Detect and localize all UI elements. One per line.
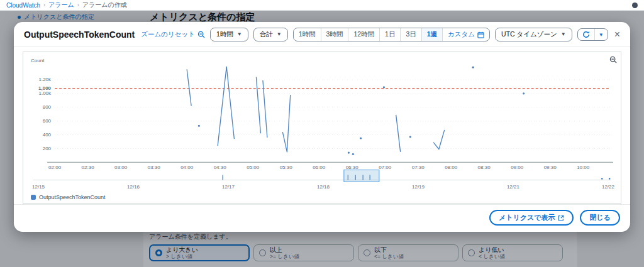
statistic-dropdown[interactable]: 合計 ▼ xyxy=(253,28,288,41)
close-icon[interactable]: × xyxy=(613,30,621,40)
legend-label[interactable]: OutputSpeechTokenCount xyxy=(39,194,106,200)
reset-zoom-button[interactable]: ズームのリセット xyxy=(141,30,205,39)
time-range-option[interactable]: 12時間 xyxy=(348,28,380,41)
zoom-icon[interactable] xyxy=(609,55,617,66)
svg-text:12/16: 12/16 xyxy=(127,184,140,190)
view-in-metrics-label: メトリクスで表示 xyxy=(499,213,555,222)
time-range-option[interactable]: 3時間 xyxy=(321,28,349,41)
close-button-label: 閉じる xyxy=(589,213,611,222)
svg-text:05:00: 05:00 xyxy=(247,165,260,170)
svg-text:06:00: 06:00 xyxy=(313,165,326,170)
chevron-down-icon: ▼ xyxy=(237,32,242,37)
svg-text:12/19: 12/19 xyxy=(412,184,425,190)
svg-text:07:00: 07:00 xyxy=(379,165,392,170)
svg-text:02:30: 02:30 xyxy=(82,165,95,170)
time-range-option-custom[interactable]: カスタム xyxy=(443,28,489,41)
svg-text:200: 200 xyxy=(43,146,52,151)
svg-text:07:30: 07:30 xyxy=(412,165,425,170)
timezone-dropdown[interactable]: UTC タイムゾーン ▼ xyxy=(495,28,572,41)
zoom-out-icon xyxy=(197,31,205,38)
time-range-option[interactable]: 3日 xyxy=(401,28,421,41)
refresh-options-caret[interactable]: ▼ xyxy=(595,30,608,40)
metric-chart[interactable]: Count2004006008001.00k1.20k1,00002:0002:… xyxy=(25,54,619,193)
calendar-icon xyxy=(477,31,484,38)
time-range-option[interactable]: 1週 xyxy=(422,28,443,41)
svg-text:12/21: 12/21 xyxy=(507,184,520,190)
svg-text:12/15: 12/15 xyxy=(32,184,45,190)
breadcrumb-separator: › xyxy=(77,2,79,8)
period-dropdown[interactable]: 1時間 ▼ xyxy=(210,28,248,41)
svg-text:400: 400 xyxy=(43,132,52,138)
metric-chart-modal: OutputSpeechTokenCount ズームのリセット 1時間 ▼ 合計… xyxy=(14,22,630,232)
svg-text:03:30: 03:30 xyxy=(148,165,161,170)
svg-text:02:00: 02:00 xyxy=(48,165,62,170)
svg-text:12/17: 12/17 xyxy=(222,184,235,190)
svg-text:1.20k: 1.20k xyxy=(39,77,52,82)
chart-container: Count2004006008001.00k1.20k1,00002:0002:… xyxy=(23,52,621,204)
chevron-down-icon: ▼ xyxy=(561,32,566,37)
modal-footer: メトリクスで表示 閉じる xyxy=(14,204,630,232)
chart-legend: OutputSpeechTokenCount xyxy=(25,193,619,203)
svg-text:03:00: 03:00 xyxy=(114,165,128,170)
legend-marker xyxy=(31,195,36,200)
time-range-group: 1時間3時間12時間1日3日1週カスタム xyxy=(293,28,490,41)
svg-text:Count: Count xyxy=(31,58,45,63)
svg-text:12/18: 12/18 xyxy=(317,184,330,190)
breadcrumb-item: アラームの作成 xyxy=(82,1,127,9)
time-range-option[interactable]: 1時間 xyxy=(294,28,321,41)
svg-text:1,000: 1,000 xyxy=(38,85,52,91)
svg-text:10:00: 10:00 xyxy=(577,165,590,170)
svg-text:08:30: 08:30 xyxy=(478,165,491,170)
svg-text:08:00: 08:00 xyxy=(445,165,458,170)
svg-text:600: 600 xyxy=(43,118,52,124)
refresh-icon xyxy=(582,31,590,38)
time-range-option[interactable]: 1日 xyxy=(380,28,401,41)
svg-text:05:30: 05:30 xyxy=(280,165,293,170)
reset-zoom-label: ズームのリセット xyxy=(141,30,195,39)
settings-icon[interactable] xyxy=(632,3,638,8)
svg-text:12/22: 12/22 xyxy=(602,184,615,190)
svg-text:09:00: 09:00 xyxy=(511,165,524,170)
close-button[interactable]: 閉じる xyxy=(580,210,620,226)
modal-header: OutputSpeechTokenCount ズームのリセット 1時間 ▼ 合計… xyxy=(14,22,630,46)
period-dropdown-value: 1時間 xyxy=(216,30,233,39)
view-in-metrics-button[interactable]: メトリクスで表示 xyxy=(489,210,574,226)
breadcrumb-separator: › xyxy=(43,2,45,8)
svg-text:04:00: 04:00 xyxy=(180,165,194,170)
breadcrumb-bar: CloudWatch›アラーム›アラームの作成 xyxy=(0,0,644,11)
svg-text:800: 800 xyxy=(43,104,52,110)
magnifier-icon xyxy=(609,56,617,63)
timezone-dropdown-value: UTC タイムゾーン xyxy=(501,30,557,39)
svg-text:09:30: 09:30 xyxy=(544,165,557,170)
svg-text:1.00k: 1.00k xyxy=(39,90,52,96)
breadcrumb-item[interactable]: アラーム xyxy=(48,1,74,9)
breadcrumb-item[interactable]: CloudWatch xyxy=(6,2,40,9)
cloudwatch-page: CloudWatch›アラーム›アラームの作成 メトリクスと条件の指定 メトリク… xyxy=(0,0,644,267)
refresh-split-button: ▼ xyxy=(577,28,608,41)
refresh-button[interactable] xyxy=(578,29,595,40)
chevron-down-icon: ▼ xyxy=(277,32,282,37)
modal-title: OutputSpeechTokenCount xyxy=(24,30,135,40)
svg-text:04:30: 04:30 xyxy=(214,165,227,170)
external-link-icon xyxy=(558,215,564,221)
statistic-dropdown-value: 合計 xyxy=(260,30,273,39)
breadcrumb: CloudWatch›アラーム›アラームの作成 xyxy=(6,1,127,9)
